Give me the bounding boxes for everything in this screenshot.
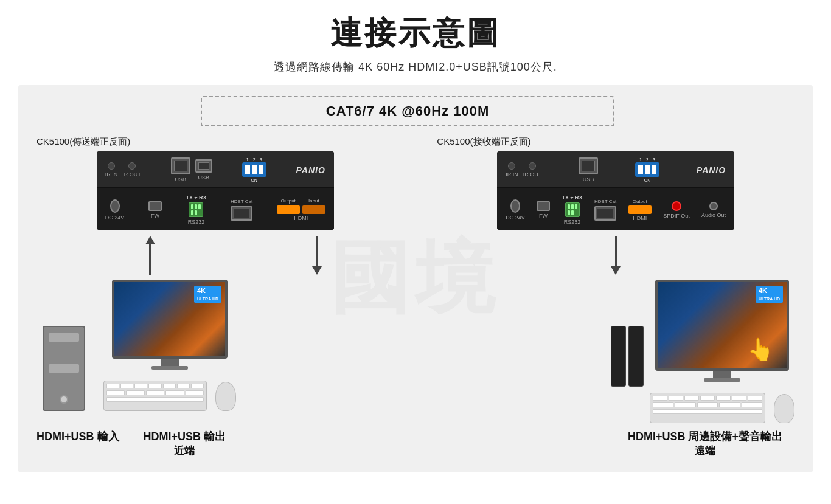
- right-label-group: HDMI+USB 周邊設備+聲音輸出 遠端: [628, 429, 801, 458]
- kb-key: [732, 396, 746, 401]
- tx-ir-out-label: IR OUT: [122, 171, 141, 178]
- bottom-labels-row: HDMI+USB 輸入 HDMI+USB 輸出 近端 HDMI+USB 周邊設備…: [30, 429, 801, 458]
- tx-rs232: TX ÷ RX: [186, 195, 206, 225]
- kb-key: [134, 384, 147, 388]
- tx-usb1-label: USB: [175, 176, 186, 182]
- monitor-left: 4KULTRA HD: [112, 280, 228, 359]
- tx-dip-numbers: 1 2 3: [245, 157, 263, 162]
- tx-ir-cluster: IR IN IR OUT: [105, 162, 141, 178]
- kb-key: [146, 390, 164, 395]
- rx-usb-cluster: USB: [579, 157, 598, 182]
- rx-dip-pin3: [652, 165, 656, 174]
- left-label2: HDMI+USB 輸出: [144, 429, 226, 444]
- left-arrows: [30, 236, 400, 275]
- rx-dip-on-label: ON: [644, 178, 651, 182]
- tx-pin1: [191, 204, 193, 209]
- rx-dip-num3: 3: [652, 157, 656, 162]
- kb-key: [719, 402, 740, 407]
- rx-ir-out-label: IR OUT: [523, 171, 542, 178]
- monitor-kb-group-right: 4KULTRA HD 👆: [650, 280, 794, 423]
- tx-dc-port: [110, 199, 120, 213]
- rx-audio-out-label: Audio Out: [701, 212, 726, 218]
- rx-hdbt: HDBT Cat: [594, 199, 616, 221]
- rx-output-label: Output: [628, 199, 652, 204]
- rx-dip-wrap: 1 2 3 ON: [635, 157, 659, 182]
- bottom-right-section: 4KULTRA HD 👆: [431, 280, 801, 423]
- page-title: 連接示意圖: [18, 12, 813, 55]
- kb-row2r: [653, 402, 762, 407]
- rx-hdbt-port: [594, 206, 616, 221]
- kb-row3r: [653, 409, 762, 414]
- rx-spdif-label: SPDIF Out: [663, 213, 690, 219]
- rx-tx-rx-label: TX ÷ RX: [562, 195, 583, 201]
- monitor-stand-left: [161, 359, 179, 366]
- kb-row1r: [653, 396, 762, 401]
- tx-dip-num3: 3: [259, 157, 263, 162]
- rx-dc-port: [510, 199, 520, 213]
- monitor-4k-badge-left: 4KULTRA HD: [194, 286, 221, 303]
- rx-ir-cluster: IR IN IR OUT: [506, 162, 541, 178]
- page: 連接示意圖 透過網路線傳輸 4K 60Hz HDMI2.0+USB訊號100公尺…: [0, 0, 831, 504]
- tx-usb2-label: USB: [198, 174, 209, 181]
- tx-tx-rx-label: TX ÷ RX: [186, 195, 206, 201]
- pc-button: [60, 395, 68, 404]
- rx-rs232-port: [565, 202, 580, 217]
- rx-usb1-inner: [582, 161, 595, 171]
- rx-dip-switch: [635, 162, 659, 177]
- left-label2-sub: 近端: [174, 444, 195, 458]
- tx-fw: FW: [148, 201, 162, 219]
- kb-key: [653, 409, 762, 414]
- rx-dip-pin2: [645, 165, 650, 174]
- tx-rs232-label: RS232: [188, 219, 205, 225]
- rx-dc: DC 24V: [506, 199, 525, 221]
- tx-usb1: USB: [171, 157, 190, 182]
- rx-hdbt-label: HDBT Cat: [594, 199, 616, 204]
- monitor-kb-group: 4KULTRA HD: [103, 280, 236, 411]
- kb-key: [669, 396, 683, 401]
- tx-ir-in-port: [108, 162, 115, 170]
- speaker-left: [611, 326, 626, 387]
- rx-rs232-pins-row2: [568, 210, 577, 215]
- rx-rs232: TX ÷ RX: [562, 195, 583, 225]
- rx-hdbt-inner: [597, 209, 613, 218]
- rx-hdmi-label: HDMI: [633, 215, 647, 221]
- right-arrows: [431, 236, 801, 275]
- kb-key: [653, 396, 667, 401]
- kb-key: [700, 396, 715, 401]
- tx-hdmi-label: HDMI: [294, 215, 308, 221]
- tx-dc-label: DC 24V: [105, 215, 125, 221]
- rx-pin5: [571, 210, 574, 215]
- kb-key: [697, 402, 718, 407]
- rx-pin1: [568, 204, 570, 209]
- kb-key: [716, 396, 731, 401]
- tx-hdbt: HDBT Cat: [231, 199, 252, 221]
- monitor-wrap-right: 4KULTRA HD 👆: [655, 280, 789, 382]
- rx-usb1-port: [579, 157, 598, 174]
- rx-hdmi-out-port: [628, 205, 652, 214]
- arrow-head-down-right-icon: [611, 266, 621, 275]
- rx-fw-port: [537, 201, 550, 211]
- tx-hdmi-ports: [277, 205, 325, 214]
- rx-usb1-label: USB: [583, 176, 594, 182]
- pc-drive-mid: [49, 364, 79, 373]
- kb-key: [163, 384, 176, 388]
- arrow-shaft-down-right: [615, 236, 617, 266]
- kb-key: [106, 397, 204, 402]
- tx-usb2-port: [195, 159, 212, 173]
- tx-input-label: Input: [302, 198, 325, 204]
- bottom-devices-row: 4KULTRA HD: [30, 280, 801, 423]
- tx-fw-label: FW: [151, 213, 159, 219]
- pc-drive-top: [49, 333, 79, 342]
- tx-ir-in-label: IR IN: [105, 171, 118, 178]
- monitor-right-screen: 4KULTRA HD 👆: [658, 282, 787, 368]
- kb-row2: [106, 390, 204, 395]
- arrow-head-up-icon: [145, 236, 155, 244]
- rx-ir-in: IR IN: [506, 162, 518, 178]
- rx-audio-out: Audio Out: [701, 202, 726, 218]
- rx-hdmi-ports: [628, 205, 652, 214]
- tx-dip-pin1: [245, 165, 250, 174]
- speakers-group: [611, 326, 644, 387]
- kb-key: [684, 396, 699, 401]
- kb-mouse-row: [103, 370, 236, 411]
- rx-spdif: SPDIF Out: [663, 201, 690, 219]
